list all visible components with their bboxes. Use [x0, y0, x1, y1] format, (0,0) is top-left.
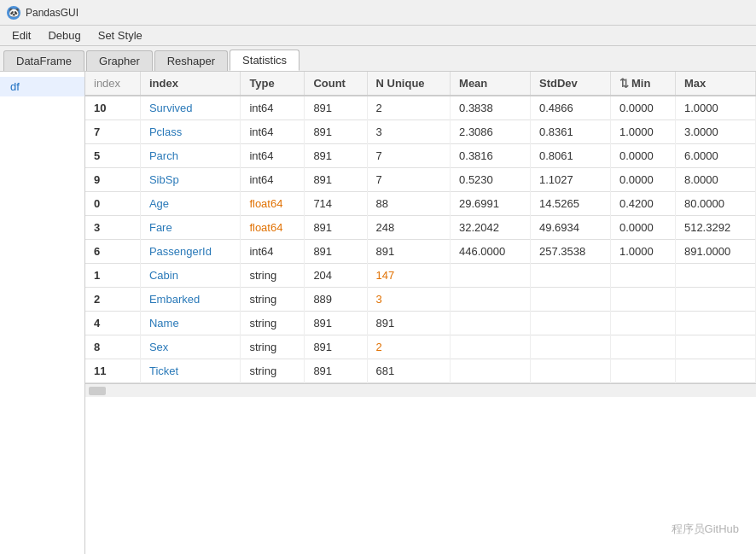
- cell-mean: 2.3086: [451, 120, 531, 144]
- cell-max: 6.0000: [675, 144, 755, 168]
- col-header-rowindex[interactable]: index: [85, 72, 140, 96]
- table-row: 2 Embarked string 889 3: [85, 288, 756, 312]
- cell-idx: 6: [85, 240, 140, 264]
- menu-debug[interactable]: Debug: [39, 27, 89, 44]
- cell-stddev: [531, 359, 611, 383]
- menu-set-style[interactable]: Set Style: [90, 27, 151, 44]
- cell-nunique: 891: [367, 240, 451, 264]
- table-row: 3 Fare float64 891 248 32.2042 49.6934 0…: [85, 216, 756, 240]
- cell-idx: 5: [85, 144, 140, 168]
- cell-mean: [451, 288, 531, 312]
- table-row: 4 Name string 891 891: [85, 312, 756, 335]
- cell-idx: 9: [85, 168, 140, 192]
- cell-type: float64: [241, 192, 305, 216]
- horizontal-scrollbar[interactable]: [85, 383, 756, 397]
- cell-min: 0.0000: [611, 144, 676, 168]
- cell-name: Cabin: [140, 264, 240, 288]
- col-header-count[interactable]: Count: [305, 72, 367, 96]
- cell-count: 891: [305, 335, 367, 359]
- cell-stddev: 257.3538: [531, 240, 611, 264]
- cell-type: int64: [241, 144, 305, 168]
- cell-count: 891: [305, 359, 367, 383]
- cell-count: 891: [305, 120, 367, 144]
- cell-nunique: 7: [367, 168, 451, 192]
- tab-statistics[interactable]: Statistics: [230, 50, 299, 71]
- table-body: 10 Survived int64 891 2 0.3838 0.4866 0.…: [85, 96, 756, 383]
- cell-min: [611, 312, 676, 335]
- cell-type: string: [241, 288, 305, 312]
- table-row: 10 Survived int64 891 2 0.3838 0.4866 0.…: [85, 96, 756, 120]
- cell-max: [675, 312, 755, 335]
- col-header-max[interactable]: Max: [675, 72, 755, 96]
- cell-stddev: 14.5265: [531, 192, 611, 216]
- cell-max: 3.0000: [675, 120, 755, 144]
- cell-nunique: 681: [367, 359, 451, 383]
- sidebar: df: [0, 72, 85, 554]
- cell-name: SibSp: [140, 168, 240, 192]
- cell-idx: 8: [85, 335, 140, 359]
- cell-mean: [451, 264, 531, 288]
- cell-name: Fare: [140, 216, 240, 240]
- statistics-content[interactable]: index index Type Count N Unique Mean Std…: [85, 72, 756, 554]
- cell-nunique: 7: [367, 144, 451, 168]
- table-row: 8 Sex string 891 2: [85, 335, 756, 359]
- table-row: 9 SibSp int64 891 7 0.5230 1.1027 0.0000…: [85, 168, 756, 192]
- col-header-nunique[interactable]: N Unique: [367, 72, 451, 96]
- cell-mean: 0.3816: [451, 144, 531, 168]
- tab-grapher[interactable]: Grapher: [86, 50, 153, 71]
- cell-min: 0.0000: [611, 216, 676, 240]
- cell-stddev: 49.6934: [531, 216, 611, 240]
- menu-edit[interactable]: Edit: [3, 27, 39, 44]
- cell-type: string: [241, 359, 305, 383]
- table-row: 5 Parch int64 891 7 0.3816 0.8061 0.0000…: [85, 144, 756, 168]
- col-header-stddev[interactable]: StdDev: [531, 72, 611, 96]
- cell-idx: 4: [85, 312, 140, 335]
- cell-name: Parch: [140, 144, 240, 168]
- table-row: 1 Cabin string 204 147: [85, 264, 756, 288]
- cell-max: 80.0000: [675, 192, 755, 216]
- col-header-type[interactable]: Type: [241, 72, 305, 96]
- cell-max: 512.3292: [675, 216, 755, 240]
- tab-dataframe[interactable]: DataFrame: [3, 50, 84, 71]
- app-icon: 🐼: [7, 6, 20, 20]
- cell-min: 1.0000: [611, 120, 676, 144]
- cell-type: string: [241, 264, 305, 288]
- cell-nunique: 248: [367, 216, 451, 240]
- cell-name: Sex: [140, 335, 240, 359]
- cell-name: PassengerId: [140, 240, 240, 264]
- cell-count: 714: [305, 192, 367, 216]
- cell-nunique: 891: [367, 312, 451, 335]
- cell-type: int64: [241, 168, 305, 192]
- col-header-min[interactable]: ⇅Min: [611, 72, 676, 96]
- tab-reshaper[interactable]: Reshaper: [154, 50, 228, 71]
- cell-stddev: [531, 288, 611, 312]
- cell-mean: [451, 312, 531, 335]
- cell-max: [675, 264, 755, 288]
- cell-min: [611, 288, 676, 312]
- cell-stddev: 0.8061: [531, 144, 611, 168]
- menu-bar: Edit Debug Set Style: [0, 26, 756, 46]
- cell-min: 0.0000: [611, 96, 676, 120]
- title-bar: 🐼 PandasGUI: [0, 0, 756, 26]
- cell-count: 889: [305, 288, 367, 312]
- cell-stddev: 1.1027: [531, 168, 611, 192]
- main-layout: df index index Type Count N Unique Mean …: [0, 72, 756, 554]
- cell-mean: 32.2042: [451, 216, 531, 240]
- cell-stddev: [531, 335, 611, 359]
- sidebar-item-df[interactable]: df: [0, 77, 84, 96]
- col-header-index[interactable]: index: [140, 72, 240, 96]
- col-header-mean[interactable]: Mean: [451, 72, 531, 96]
- cell-idx: 1: [85, 264, 140, 288]
- cell-type: int64: [241, 240, 305, 264]
- cell-stddev: 0.8361: [531, 120, 611, 144]
- cell-nunique: 3: [367, 120, 451, 144]
- cell-nunique: 3: [367, 288, 451, 312]
- cell-count: 891: [305, 216, 367, 240]
- cell-min: [611, 359, 676, 383]
- cell-count: 891: [305, 312, 367, 335]
- cell-name: Age: [140, 192, 240, 216]
- cell-type: int64: [241, 120, 305, 144]
- cell-type: string: [241, 335, 305, 359]
- cell-count: 891: [305, 96, 367, 120]
- cell-max: [675, 359, 755, 383]
